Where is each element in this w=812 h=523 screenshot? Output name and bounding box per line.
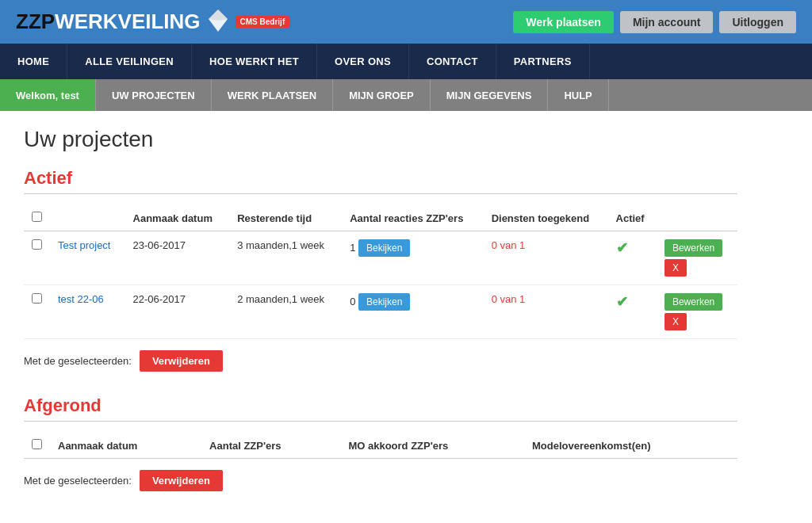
afgerond-header-row: Aanmaak datum Aantal ZZP'ers MO akkoord …: [24, 433, 737, 459]
row1-datum: 23-06-2017: [125, 231, 230, 285]
afgerond-select-all-checkbox[interactable]: [32, 439, 42, 449]
row1-actief: ✔: [608, 231, 657, 285]
logo: ZZPWERKVEILING: [16, 8, 231, 36]
th-resterende-tijd: Resterende tijd: [229, 205, 342, 231]
row2-project-link[interactable]: test 22-06: [58, 293, 104, 305]
row2-bewerken-button[interactable]: Bewerken: [665, 293, 722, 311]
row1-resterende-tijd: 3 maanden,1 week: [229, 231, 342, 285]
actief-table: Aanmaak datum Resterende tijd Aantal rea…: [24, 205, 737, 339]
nav-alle-veilingen[interactable]: ALLE VEILINGEN: [67, 44, 192, 79]
nav-over-ons[interactable]: OVER ONS: [317, 44, 409, 79]
row1-actions: Bewerken X: [657, 231, 737, 285]
logo-zzp: ZZP: [16, 10, 55, 34]
th-actions: [657, 205, 737, 231]
th-diensten: Diensten toegekend: [484, 205, 608, 231]
th-checkbox: [24, 205, 50, 231]
nav-home[interactable]: HOME: [0, 44, 67, 79]
page-content: Uw projecten Actief Aanmaak datum Rester…: [0, 111, 761, 523]
row1-bekijken-button[interactable]: Bekijken: [358, 239, 410, 257]
row2-reacties: 0 Bekijken: [342, 285, 484, 339]
table-row: Test project 23-06-2017 3 maanden,1 week…: [24, 231, 737, 285]
diamond-icon: [205, 8, 231, 36]
subnav-mijn-gegevens[interactable]: MIJN GEGEVENS: [431, 79, 549, 111]
afgerond-th-mo-akkoord: MO akkoord ZZP'ers: [340, 433, 524, 459]
row1-checkbox[interactable]: [32, 239, 42, 250]
row2-project-name: test 22-06: [50, 285, 125, 339]
page-title: Uw projecten: [24, 127, 737, 152]
afgerond-section: Afgerond Aanmaak datum Aantal ZZP'ers MO…: [24, 395, 737, 491]
nav-partners[interactable]: PARTNERS: [496, 44, 590, 79]
subnav-uw-projecten[interactable]: UW PROJECTEN: [96, 79, 212, 111]
row2-check-icon: ✔: [616, 294, 628, 310]
row1-x-button[interactable]: X: [665, 259, 687, 277]
row2-actief: ✔: [608, 285, 657, 339]
th-actief: Actief: [608, 205, 657, 231]
afgerond-verwijderen-area: Met de geselecteerden: Verwijderen: [24, 470, 737, 491]
row1-project-name: Test project: [50, 231, 125, 285]
nav-contact[interactable]: CONTACT: [409, 44, 496, 79]
logo-veiling: VEILING: [118, 10, 201, 34]
row2-checkbox-cell: [24, 285, 50, 339]
th-aanmaak-datum: Aanmaak datum: [125, 205, 230, 231]
row2-checkbox[interactable]: [32, 293, 42, 303]
uitloggen-button[interactable]: Uitloggen: [719, 11, 796, 33]
row1-diensten-value: 0 van 1: [492, 239, 526, 251]
row2-actions: Bewerken X: [657, 285, 737, 339]
top-bar: ZZPWERKVEILING CMS Bedrijf Werk plaatsen…: [0, 0, 812, 44]
row2-diensten: 0 van 1: [484, 285, 608, 339]
afgerond-divider: [24, 421, 737, 422]
afgerond-title: Afgerond: [24, 395, 737, 416]
th-project: [50, 205, 125, 231]
cms-badge: CMS Bedrijf: [236, 16, 290, 28]
subnav-hulp[interactable]: HULP: [548, 79, 608, 111]
row2-x-button[interactable]: X: [665, 313, 687, 330]
afgerond-th-datum: Aanmaak datum: [50, 433, 201, 459]
row1-reacties: 1 Bekijken: [342, 231, 484, 285]
sub-nav: Welkom, test UW PROJECTEN WERK PLAATSEN …: [0, 79, 812, 111]
select-all-checkbox[interactable]: [32, 212, 42, 222]
subnav-mijn-groep[interactable]: MIJN GROEP: [333, 79, 431, 111]
mijn-account-button[interactable]: Mijn account: [620, 11, 714, 33]
row1-checkbox-cell: [24, 231, 50, 285]
row1-diensten: 0 van 1: [484, 231, 608, 285]
werk-plaatsen-button[interactable]: Werk plaatsen: [513, 11, 614, 33]
table-row: test 22-06 22-06-2017 2 maanden,1 week 0…: [24, 285, 737, 339]
afgerond-met-geselecteerden-label: Met de geselecteerden:: [24, 475, 132, 487]
logo-area: ZZPWERKVEILING CMS Bedrijf: [16, 8, 289, 36]
afgerond-th-checkbox: [24, 433, 50, 459]
row1-check-icon: ✔: [616, 240, 628, 256]
subnav-werk-plaatsen[interactable]: WERK PLAATSEN: [212, 79, 333, 111]
afgerond-verwijderen-button[interactable]: Verwijderen: [140, 470, 223, 491]
actief-met-geselecteerden-label: Met de geselecteerden:: [24, 355, 132, 367]
row1-project-link[interactable]: Test project: [58, 239, 110, 251]
main-nav: HOME ALLE VEILINGEN HOE WERKT HET OVER O…: [0, 44, 812, 79]
th-aantal-reacties: Aantal reacties ZZP'ers: [342, 205, 484, 231]
afgerond-table: Aanmaak datum Aantal ZZP'ers MO akkoord …: [24, 433, 737, 459]
afgerond-th-modelovereenkomst: Modelovereenkomst(en): [524, 433, 737, 459]
svg-marker-1: [209, 10, 228, 21]
row2-diensten-value: 0 van 1: [492, 293, 526, 305]
top-buttons: Werk plaatsen Mijn account Uitloggen: [513, 11, 796, 33]
actief-table-header-row: Aanmaak datum Resterende tijd Aantal rea…: [24, 205, 737, 231]
actief-verwijderen-area: Met de geselecteerden: Verwijderen: [24, 350, 737, 372]
row2-datum: 22-06-2017: [125, 285, 230, 339]
subnav-welkom[interactable]: Welkom, test: [0, 79, 96, 111]
row2-resterende-tijd: 2 maanden,1 week: [229, 285, 342, 339]
actief-section: Actief Aanmaak datum Resterende tijd Aan…: [24, 168, 737, 372]
actief-verwijderen-button[interactable]: Verwijderen: [140, 350, 223, 372]
nav-hoe-werkt-het[interactable]: HOE WERKT HET: [192, 44, 317, 79]
row1-bewerken-button[interactable]: Bewerken: [665, 239, 722, 257]
actief-divider: [24, 193, 737, 194]
logo-werk: WERK: [55, 10, 117, 34]
actief-title: Actief: [24, 168, 737, 189]
row2-bekijken-button[interactable]: Bekijken: [358, 293, 410, 311]
afgerond-th-zzpers: Aantal ZZP'ers: [201, 433, 340, 459]
